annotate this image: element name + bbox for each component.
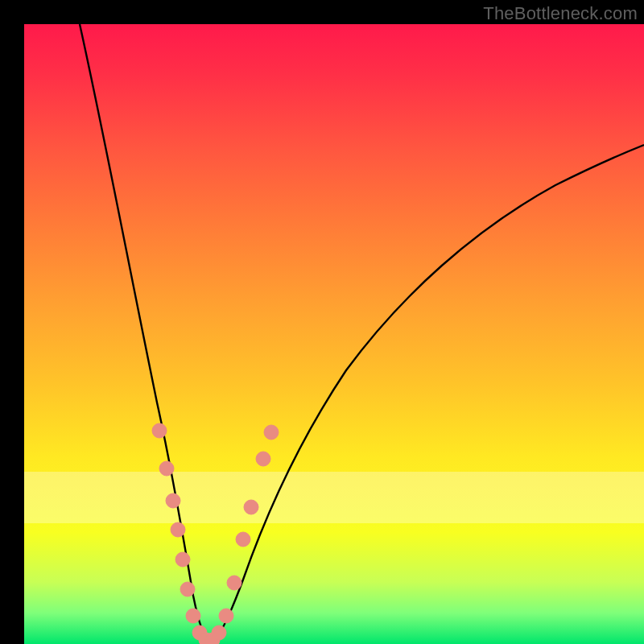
svg-point-6: [186, 609, 200, 623]
svg-point-5: [180, 582, 195, 597]
chart-svg: [24, 24, 644, 644]
chart-frame: TheBottleneck.com: [0, 0, 644, 644]
svg-point-13: [236, 532, 250, 547]
svg-point-15: [256, 452, 270, 466]
curve-left: [80, 24, 211, 642]
svg-point-4: [175, 552, 190, 567]
svg-point-3: [171, 522, 185, 537]
svg-point-16: [264, 425, 279, 440]
curve-right: [211, 145, 644, 642]
svg-point-1: [159, 461, 174, 476]
plot-area: [24, 24, 644, 644]
watermark-text: TheBottleneck.com: [483, 3, 638, 24]
svg-point-2: [166, 493, 180, 508]
svg-point-12: [227, 576, 242, 590]
svg-point-14: [244, 500, 258, 514]
svg-point-0: [152, 423, 167, 438]
svg-point-10: [212, 625, 226, 640]
svg-point-11: [219, 609, 233, 623]
